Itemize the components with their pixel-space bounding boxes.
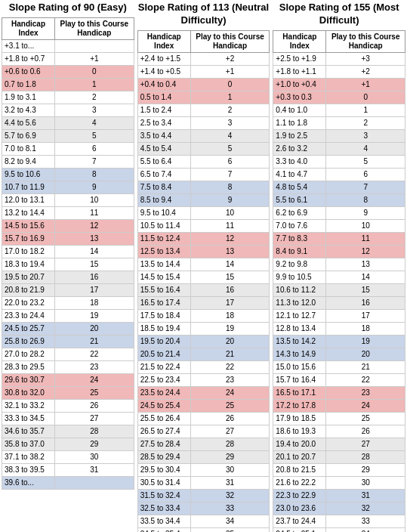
cell-handicap-index: 26.5 to 27.4 — [137, 425, 190, 438]
cell-handicap-index: 17.9 to 18.5 — [273, 412, 326, 425]
cell-course-handicap: 13 — [190, 245, 270, 258]
cell-course-handicap: 19 — [326, 335, 405, 348]
cell-handicap-index: 1.9 to 2.5 — [273, 129, 326, 142]
cell-course-handicap: 18 — [190, 309, 270, 322]
cell-course-handicap: 27 — [326, 438, 405, 450]
cell-course-handicap: 24 — [326, 399, 405, 412]
cell-handicap-index: 5.5 to 6.4 — [137, 155, 190, 168]
table-row: 13.5 to 14.414 — [137, 258, 270, 271]
table-row: 1.1 to 1.82 — [273, 116, 405, 129]
table-row: 6.5 to 7.47 — [137, 168, 270, 181]
cell-course-handicap: 14 — [55, 245, 134, 258]
table-row: +0.6 to 0.60 — [2, 65, 134, 78]
table-row: 10.6 to 11.215 — [273, 283, 405, 296]
table-row: 10.7 to 11.99 — [2, 181, 134, 193]
cell-handicap-index: 4.1 to 4.7 — [273, 168, 326, 181]
cell-handicap-index: 33.3 to 34.5 — [2, 412, 55, 425]
cell-course-handicap: 4 — [326, 142, 405, 155]
table-row: 20.8 to 21.917 — [2, 283, 134, 296]
cell-course-handicap: 33 — [190, 502, 270, 515]
table-row: 20.8 to 21.529 — [273, 463, 405, 476]
cell-handicap-index: 6.5 to 7.4 — [137, 168, 190, 181]
cell-handicap-index: 0.4 to 1.0 — [273, 104, 326, 116]
table-row: 0.5 to 1.41 — [137, 91, 270, 104]
table-row: 4.5 to 5.45 — [137, 142, 270, 155]
table-row: 28.5 to 29.429 — [137, 450, 270, 463]
table-row: 15.7 to 16.913 — [2, 232, 134, 245]
cell-handicap-index: 31.5 to 32.4 — [137, 489, 190, 502]
cell-course-handicap: 20 — [55, 322, 134, 335]
cell-course-handicap: 0 — [55, 65, 134, 78]
table-row: 19.5 to 20.716 — [2, 271, 134, 283]
cell-course-handicap: 27 — [190, 425, 270, 438]
cell-handicap-index: 8.4 to 9.1 — [273, 245, 326, 258]
cell-course-handicap: 34 — [190, 515, 270, 527]
cell-handicap-index: 29.5 to 30.4 — [137, 463, 190, 476]
cell-course-handicap: 31 — [326, 489, 405, 502]
cell-handicap-index: 9.5 to 10.4 — [137, 206, 190, 219]
cell-handicap-index: 34.6 to 35.7 — [2, 425, 55, 438]
table-row: 30.8 to 32.025 — [2, 386, 134, 399]
section-easy: Slope Rating of 90 (Easy)Handicap IndexP… — [0, 0, 136, 491]
table-row: 11.5 to 12.412 — [137, 232, 270, 245]
cell-handicap-index: 25.5 to 26.4 — [137, 412, 190, 425]
cell-handicap-index: 22.3 to 22.9 — [273, 489, 326, 502]
table-difficult: Handicap IndexPlay to this Course Handic… — [273, 30, 405, 532]
cell-handicap-index: 20.8 to 21.5 — [273, 463, 326, 476]
table-row: 15.7 to 16.422 — [273, 373, 405, 386]
table-row: 9.5 to 10.68 — [2, 168, 134, 181]
table-row: 15.5 to 16.416 — [137, 283, 270, 296]
table-row: +2.4 to +1.5+2 — [137, 52, 270, 65]
cell-handicap-index: +1.8 to +0.7 — [2, 52, 55, 65]
table-row: 0.7 to 1.81 — [2, 78, 134, 91]
cell-course-handicap: 5 — [55, 129, 134, 142]
cell-course-handicap: 23 — [55, 360, 134, 373]
cell-course-handicap: 10 — [190, 206, 270, 219]
cell-handicap-index: 12.8 to 13.4 — [273, 322, 326, 335]
cell-course-handicap: 29 — [326, 463, 405, 476]
cell-handicap-index: 20.8 to 21.9 — [2, 283, 55, 296]
table-row: 34.5 to 35.435 — [137, 527, 270, 532]
cell-handicap-index: 24.5 to 25.4 — [137, 399, 190, 412]
table-row: 11.3 to 12.016 — [273, 296, 405, 309]
table-row: 18.6 to 19.326 — [273, 425, 405, 438]
cell-handicap-index: 28.5 to 29.4 — [137, 450, 190, 463]
table-row: 29.6 to 30.724 — [2, 373, 134, 386]
table-row: +0.4 to 0.40 — [137, 78, 270, 91]
table-row: +0.3 to 0.30 — [273, 91, 405, 104]
cell-course-handicap: 32 — [326, 502, 405, 515]
cell-course-handicap: 2 — [55, 91, 134, 104]
cell-handicap-index: 1.5 to 2.4 — [137, 104, 190, 116]
cell-handicap-index: 19.4 to 20.0 — [273, 438, 326, 450]
cell-course-handicap: 3 — [55, 104, 134, 116]
cell-handicap-index: 30.8 to 32.0 — [2, 386, 55, 399]
table-row: 6.2 to 6.99 — [273, 206, 405, 219]
cell-handicap-index: 5.7 to 6.9 — [2, 129, 55, 142]
cell-course-handicap: 7 — [55, 155, 134, 168]
cell-handicap-index: 32.5 to 33.4 — [137, 502, 190, 515]
cell-course-handicap: 25 — [55, 386, 134, 399]
table-row: 3.2 to 4.33 — [2, 104, 134, 116]
cell-course-handicap: 16 — [190, 283, 270, 296]
cell-handicap-index: +0.4 to 0.4 — [137, 78, 190, 91]
table-row: 4.1 to 4.76 — [273, 168, 405, 181]
cell-handicap-index: 39.6 to... — [2, 476, 55, 489]
table-row: 23.5 to 24.424 — [137, 386, 270, 399]
cell-handicap-index: +1.0 to +0.4 — [273, 78, 326, 91]
cell-handicap-index: 9.5 to 10.6 — [2, 168, 55, 181]
table-row: +1.8 to +1.1+2 — [273, 65, 405, 78]
cell-handicap-index: 20.5 to 21.4 — [137, 348, 190, 360]
cell-course-handicap: 35 — [190, 527, 270, 532]
table-row: 18.3 to 19.415 — [2, 258, 134, 271]
cell-course-handicap: 28 — [55, 425, 134, 438]
cell-course-handicap: +1 — [190, 65, 270, 78]
table-row: 19.4 to 20.027 — [273, 438, 405, 450]
cell-course-handicap: 12 — [55, 219, 134, 232]
cell-handicap-index: 25.8 to 26.9 — [2, 335, 55, 348]
cell-course-handicap: 0 — [190, 78, 270, 91]
cell-course-handicap: 32 — [190, 489, 270, 502]
cell-course-handicap: 27 — [55, 412, 134, 425]
table-row: 33.5 to 34.434 — [137, 515, 270, 527]
cell-course-handicap: 24 — [190, 386, 270, 399]
table-row: 25.8 to 26.921 — [2, 335, 134, 348]
